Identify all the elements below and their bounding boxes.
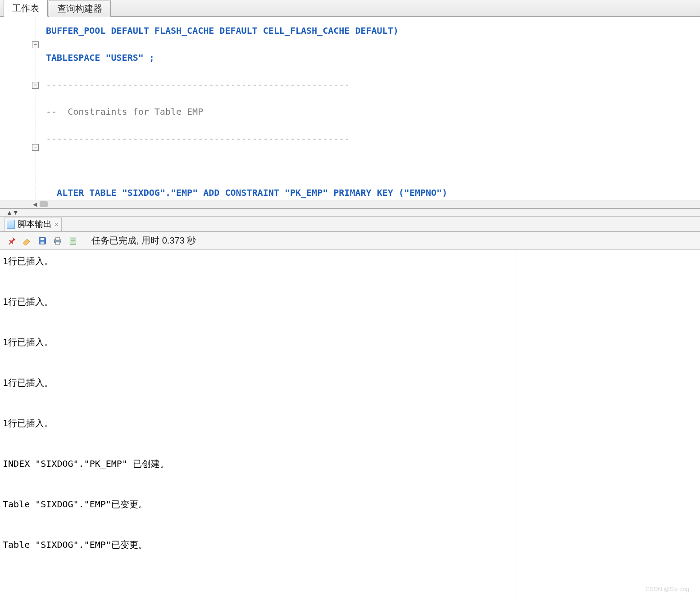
script-output-body[interactable]: 1行已插入。 1行已插入。 1行已插入。 1行已插入。 1行已插入。 INDEX… <box>0 250 515 596</box>
svg-rect-1 <box>41 238 44 240</box>
code-area[interactable]: BUFFER_POOL DEFAULT FLASH_CACHE DEFAULT … <box>46 17 700 200</box>
tab-query-builder[interactable]: 查询构建器 <box>49 0 111 17</box>
toolbar-separator <box>85 235 85 246</box>
editor-gutter: − − − <box>0 17 46 200</box>
document-icon <box>7 220 15 229</box>
comment-line: -- Constraints for Table EMP <box>46 106 203 117</box>
editor-viewport[interactable]: − − − BUFFER_POOL DEFAULT FLASH_CACHE DE… <box>0 17 700 200</box>
sql-editor: − − − BUFFER_POOL DEFAULT FLASH_CACHE DE… <box>0 17 700 208</box>
scroll-left-arrow[interactable]: ◀ <box>32 201 38 208</box>
output-toolbar: 任务已完成, 用时 0.373 秒 <box>0 232 700 250</box>
scroll-thumb[interactable] <box>40 201 48 207</box>
print-icon[interactable] <box>52 235 63 246</box>
fold-handle[interactable]: − <box>32 41 39 48</box>
output-tab-title: 脚本输出 <box>18 218 52 230</box>
output-tab[interactable]: 脚本输出 × <box>5 217 62 231</box>
fold-handle[interactable]: − <box>32 82 39 89</box>
save-icon[interactable] <box>37 235 48 246</box>
close-icon[interactable]: × <box>55 221 59 228</box>
eraser-icon[interactable] <box>22 235 32 246</box>
editor-horizontal-scrollbar[interactable]: ◀ <box>0 200 700 208</box>
svg-rect-2 <box>41 241 44 244</box>
watermark: CSDN @Six dog <box>645 586 689 592</box>
output-side-gutter <box>515 250 700 596</box>
svg-rect-4 <box>55 237 59 240</box>
output-wrap: 1行已插入。 1行已插入。 1行已插入。 1行已插入。 1行已插入。 INDEX… <box>0 250 700 596</box>
svg-rect-5 <box>55 242 59 244</box>
sql-icon[interactable] <box>68 235 78 246</box>
tab-worksheet[interactable]: 工作表 <box>4 0 48 17</box>
svg-rect-6 <box>70 237 76 244</box>
panel-splitter[interactable]: ▲▼ <box>0 208 700 217</box>
pin-icon[interactable] <box>6 235 17 246</box>
output-tab-bar: 脚本输出 × <box>0 217 700 232</box>
editor-tabs: 工作表 查询构建器 <box>0 0 700 17</box>
fold-handle[interactable]: − <box>32 144 39 151</box>
task-status-text: 任务已完成, 用时 0.373 秒 <box>91 235 196 247</box>
